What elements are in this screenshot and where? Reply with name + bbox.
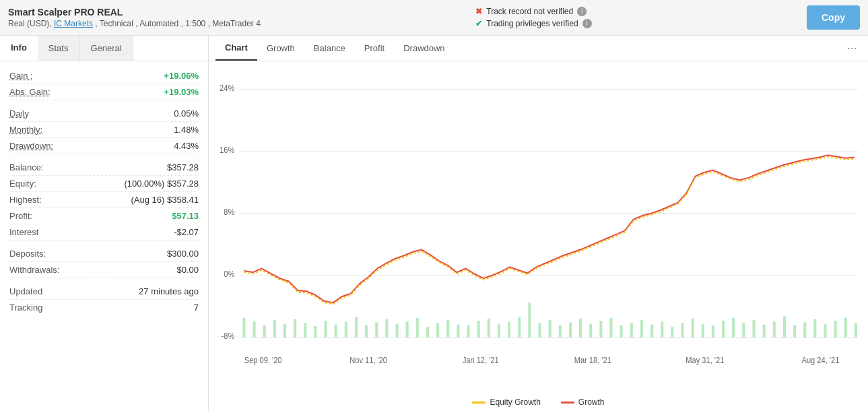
svg-rect-29 xyxy=(375,322,378,337)
gain-value: +19.06% xyxy=(164,71,199,81)
svg-rect-31 xyxy=(396,324,399,338)
gain-label[interactable]: Gain : xyxy=(9,71,33,81)
ic-markets-link[interactable]: IC Markets xyxy=(54,19,93,28)
tab-stats[interactable]: Stats xyxy=(38,36,80,61)
tracking-row: Tracking 7 xyxy=(9,300,199,315)
monthly-value: 1.48% xyxy=(174,125,199,135)
tab-general[interactable]: General xyxy=(79,36,133,61)
tracking-label: Tracking xyxy=(9,302,42,313)
legend-equity-growth: Equity Growth xyxy=(472,397,540,407)
drawdown-value: 4.43% xyxy=(174,141,199,151)
svg-text:24%: 24% xyxy=(220,83,235,92)
highest-row: Highest: (Aug 16) $358.41 xyxy=(9,192,199,208)
profit-row: Profit: $57.13 xyxy=(9,208,199,224)
svg-rect-74 xyxy=(834,321,837,338)
withdrawals-value: $0.00 xyxy=(176,265,199,275)
svg-text:Sep 09, '20: Sep 09, '20 xyxy=(244,355,282,364)
svg-rect-40 xyxy=(488,319,490,338)
status-row-1: ✖ Track record not verified i xyxy=(475,7,591,16)
svg-rect-23 xyxy=(314,326,316,338)
svg-rect-75 xyxy=(844,318,847,338)
chart-tab-balance[interactable]: Balance xyxy=(304,36,355,60)
svg-rect-47 xyxy=(559,325,562,338)
svg-rect-20 xyxy=(283,324,286,338)
svg-rect-42 xyxy=(508,321,510,338)
profit-label: Profit: xyxy=(9,211,32,221)
svg-rect-72 xyxy=(813,319,816,338)
svg-rect-21 xyxy=(294,319,296,338)
highest-value: (Aug 16) $358.41 xyxy=(131,195,199,205)
svg-rect-33 xyxy=(416,318,419,338)
status-text-1: Track record not verified xyxy=(486,7,573,16)
tab-info[interactable]: Info xyxy=(0,36,38,61)
svg-rect-51 xyxy=(599,321,602,338)
svg-rect-41 xyxy=(498,324,500,338)
chart-tabs: Chart Growth Balance Profit Drawdown ··· xyxy=(209,36,868,61)
svg-rect-37 xyxy=(457,325,459,338)
balance-label: Balance: xyxy=(9,162,44,172)
chart-svg: 24% 16% 8% 0% -8% Sep 09, '20 Nov 11, '2… xyxy=(215,68,861,393)
chart-area: 24% 16% 8% 0% -8% Sep 09, '20 Nov 11, '2… xyxy=(209,61,868,393)
updated-value: 27 minutes ago xyxy=(139,286,199,296)
svg-rect-44 xyxy=(528,302,531,338)
svg-rect-52 xyxy=(609,318,612,338)
svg-rect-16 xyxy=(242,318,245,338)
info-icon-1[interactable]: i xyxy=(577,7,587,16)
chart-more-icon[interactable]: ··· xyxy=(843,41,861,55)
svg-rect-76 xyxy=(855,323,857,338)
svg-rect-53 xyxy=(620,325,623,338)
equity-growth-color xyxy=(472,402,486,404)
deposits-row: Deposits: $300.00 xyxy=(9,246,199,262)
abs-gain-row: Abs. Gain: +19.03% xyxy=(9,84,199,100)
page-title: Smart Scalper PRO REAL xyxy=(8,7,261,18)
svg-rect-66 xyxy=(752,320,755,338)
chart-legend: Equity Growth Growth xyxy=(209,393,868,411)
balance-row: Balance: $357.28 xyxy=(9,160,199,176)
equity-growth-label: Equity Growth xyxy=(490,397,540,407)
svg-rect-67 xyxy=(763,325,766,338)
equity-row: Equity: (100.00%) $357.28 xyxy=(9,176,199,192)
highest-label: Highest: xyxy=(9,195,42,205)
page-header: Smart Scalper PRO REAL Real (USD), IC Ma… xyxy=(0,0,868,36)
monthly-label[interactable]: Monthly: xyxy=(9,125,42,135)
interest-label: Interest xyxy=(9,227,38,237)
legend-growth: Growth xyxy=(561,397,605,407)
chart-tab-growth[interactable]: Growth xyxy=(257,36,304,60)
status-row-2: ✔ Trading privileges verified i xyxy=(475,19,591,28)
sidebar-tabs: Info Stats General xyxy=(0,36,208,61)
drawdown-label[interactable]: Drawdown: xyxy=(9,141,53,151)
chart-tab-chart[interactable]: Chart xyxy=(215,36,257,61)
chart-tab-drawdown[interactable]: Drawdown xyxy=(394,36,454,60)
svg-rect-39 xyxy=(477,321,480,338)
chart-panel: Chart Growth Balance Profit Drawdown ···… xyxy=(209,36,868,411)
svg-rect-50 xyxy=(589,324,592,338)
svg-rect-32 xyxy=(406,321,409,338)
balance-value: $357.28 xyxy=(167,162,199,172)
withdrawals-label: Withdrawals: xyxy=(9,265,59,275)
svg-rect-59 xyxy=(681,323,683,338)
svg-rect-61 xyxy=(702,324,704,338)
svg-rect-26 xyxy=(345,321,347,338)
svg-rect-58 xyxy=(671,327,673,338)
daily-label[interactable]: Daily xyxy=(9,108,29,119)
svg-rect-73 xyxy=(824,324,826,338)
daily-row: Daily 0.05% xyxy=(9,106,199,122)
updated-row: Updated 27 minutes ago xyxy=(9,284,199,300)
svg-rect-70 xyxy=(793,325,796,338)
svg-text:Nov 11, '20: Nov 11, '20 xyxy=(349,355,387,364)
abs-gain-label[interactable]: Abs. Gain: xyxy=(9,87,51,97)
interest-value: -$2.07 xyxy=(174,227,199,237)
svg-rect-17 xyxy=(253,321,256,338)
svg-text:Jan 12, '21: Jan 12, '21 xyxy=(463,355,499,364)
svg-rect-65 xyxy=(742,323,745,338)
info-icon-2[interactable]: i xyxy=(582,19,592,28)
withdrawals-row: Withdrawals: $0.00 xyxy=(9,262,199,278)
copy-button[interactable]: Copy xyxy=(807,5,860,30)
svg-text:0%: 0% xyxy=(224,269,235,278)
svg-rect-34 xyxy=(426,327,429,338)
chart-tab-profit[interactable]: Profit xyxy=(355,36,394,60)
svg-rect-38 xyxy=(467,325,470,338)
header-status: ✖ Track record not verified i ✔ Trading … xyxy=(475,7,591,28)
x-icon: ✖ xyxy=(475,7,482,16)
svg-rect-57 xyxy=(661,321,663,338)
